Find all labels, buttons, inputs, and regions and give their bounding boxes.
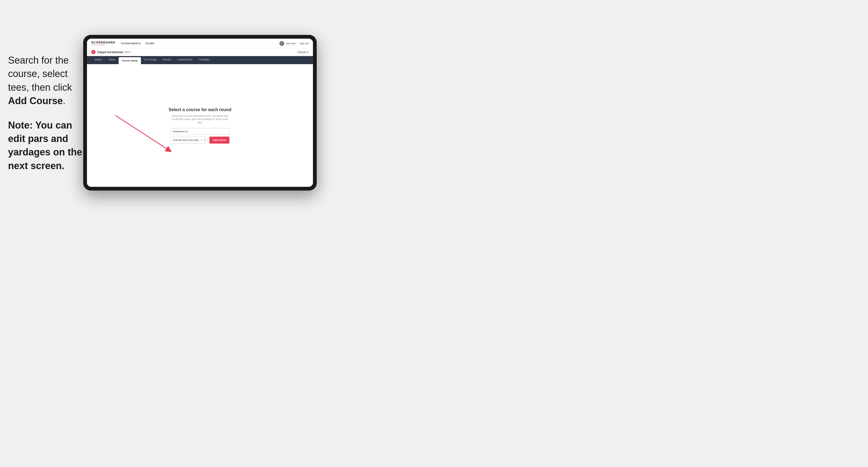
tab-printables[interactable]: Printables: [196, 56, 213, 64]
section-description: Search for a course and select a tee. Yo…: [170, 114, 229, 125]
tablet-screen: SCOREBOARD Powered by clippd TOURNAMENTS…: [87, 39, 313, 187]
pipe: |: [298, 42, 298, 45]
clear-icon[interactable]: ✕: [201, 139, 203, 142]
user-name: Test User: [286, 42, 296, 45]
user-avatar: T: [279, 41, 284, 46]
tournament-gender: (Men): [124, 51, 131, 54]
sign-out-link[interactable]: Sign out: [300, 42, 309, 45]
tablet-device: SCOREBOARD Powered by clippd TOURNAMENTS…: [83, 35, 317, 191]
logo-sub: Powered by clippd: [91, 44, 115, 45]
tournament-icon: C: [91, 50, 96, 54]
top-navigation: SCOREBOARD Powered by clippd TOURNAMENTS…: [87, 39, 313, 48]
tab-details[interactable]: Details: [91, 56, 105, 64]
logo-text: SCOREBOARD: [91, 41, 115, 44]
tab-results[interactable]: Results: [160, 56, 174, 64]
sub-navigation: Details Teams Course Setup Tee Groups Re…: [87, 56, 313, 64]
course-search-input[interactable]: [170, 128, 229, 135]
tab-course-setup[interactable]: Course Setup: [119, 57, 141, 64]
nav-teams[interactable]: TEAMS: [145, 42, 154, 45]
instruction-bold: Add Course: [8, 95, 63, 106]
note-text: Note: You can edit pars and yardages on …: [8, 119, 83, 173]
nav-right: T Test User | Sign out: [279, 41, 309, 46]
tournament-header: C Clippd Invitational (Men) Cancel ✕: [87, 48, 313, 56]
section-title: Select a course for each round: [168, 107, 231, 112]
tab-leaderboards[interactable]: Leaderboards: [174, 56, 196, 64]
nav-links: TOURNAMENTS TEAMS: [121, 42, 279, 45]
tab-teams[interactable]: Teams: [105, 56, 119, 64]
tournament-name: Clippd Invitational: [97, 51, 123, 54]
logo: SCOREBOARD Powered by clippd: [91, 41, 115, 45]
instruction-panel: Search for the course, select tees, then…: [8, 54, 83, 183]
instruction-text: Search for the course, select tees, then…: [8, 54, 83, 108]
tee-select-wrapper: Gold (M) (M) (7010 yds) ✕ ▲ ▼: [170, 136, 208, 144]
cancel-button[interactable]: Cancel ✕: [298, 51, 309, 54]
main-content: Select a course for each round Search fo…: [87, 64, 313, 187]
tee-select-row: Gold (M) (M) (7010 yds) ✕ ▲ ▼ Add Course: [170, 136, 229, 144]
nav-tournaments[interactable]: TOURNAMENTS: [121, 42, 141, 45]
tab-tee-groups[interactable]: Tee Groups: [141, 56, 160, 64]
add-course-button[interactable]: Add Course: [209, 136, 229, 144]
